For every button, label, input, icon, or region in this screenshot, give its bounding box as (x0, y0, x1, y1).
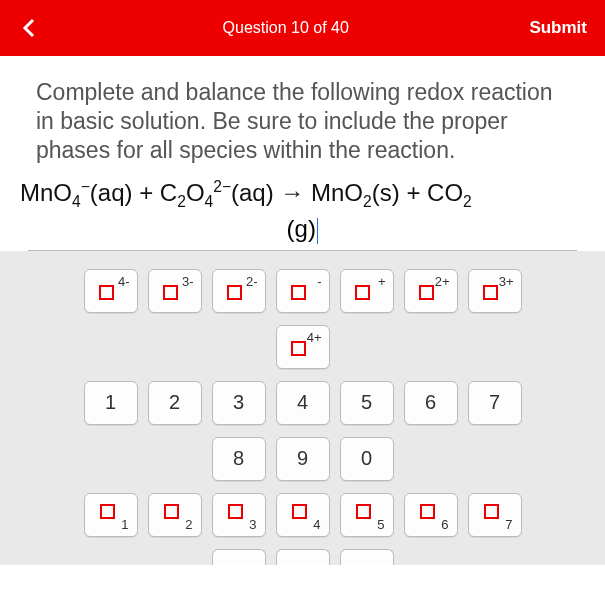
key-digit-5[interactable]: 5 (340, 381, 394, 425)
back-button[interactable] (18, 16, 42, 40)
equation-line2-text: (g) (287, 215, 316, 242)
key-digit-1[interactable]: 1 (84, 381, 138, 425)
key-subscript-7[interactable]: 7 (468, 493, 522, 537)
key-subscript-3[interactable]: 3 (212, 493, 266, 537)
key-digit-4[interactable]: 4 (276, 381, 330, 425)
key-charge-4+[interactable]: 4+ (276, 325, 330, 369)
key-subscript-6[interactable]: 6 (404, 493, 458, 537)
key-charge-2-[interactable]: 2- (212, 269, 266, 313)
key-digit-0[interactable]: 0 (340, 437, 394, 481)
submit-button[interactable]: Submit (529, 18, 587, 38)
key-digit-3[interactable]: 3 (212, 381, 266, 425)
question-prompt: Complete and balance the following redox… (0, 56, 605, 174)
key-digit-8[interactable]: 8 (212, 437, 266, 481)
question-counter: Question 10 of 40 (223, 19, 349, 37)
key-digit-7[interactable]: 7 (468, 381, 522, 425)
text-cursor (317, 218, 319, 244)
key-partial[interactable] (276, 549, 330, 565)
key-subscript-5[interactable]: 5 (340, 493, 394, 537)
key-charge-3-[interactable]: 3- (148, 269, 202, 313)
key-charge-4-[interactable]: 4- (84, 269, 138, 313)
key-digit-2[interactable]: 2 (148, 381, 202, 425)
equation-line2[interactable]: (g) (0, 211, 605, 244)
key-charge-3+[interactable]: 3+ (468, 269, 522, 313)
key-charge-2+[interactable]: 2+ (404, 269, 458, 313)
key-digit-6[interactable]: 6 (404, 381, 458, 425)
key-charge--[interactable]: - (276, 269, 330, 313)
key-subscript-1[interactable]: 1 (84, 493, 138, 537)
key-partial[interactable] (340, 549, 394, 565)
key-digit-9[interactable]: 9 (276, 437, 330, 481)
key-charge-+[interactable]: + (340, 269, 394, 313)
keypad: 4-3-2--+2+3+ 4+ 1234567 890 1234567 (0, 251, 605, 565)
equation-line1: MnO4−(aq) + C2O42−(aq) → MnO2(s) + CO2 (0, 174, 605, 211)
key-subscript-2[interactable]: 2 (148, 493, 202, 537)
key-subscript-4[interactable]: 4 (276, 493, 330, 537)
key-partial[interactable] (212, 549, 266, 565)
